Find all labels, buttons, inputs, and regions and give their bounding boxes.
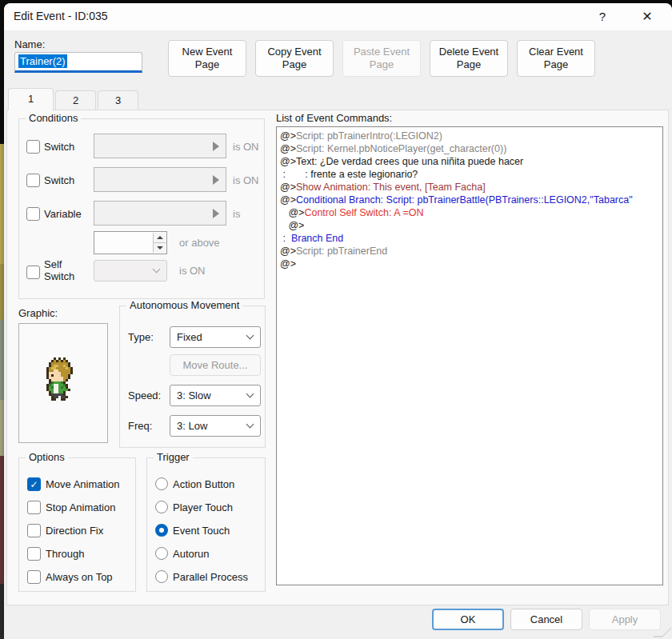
command-line[interactable]: @>Script: pbTrainerEnd xyxy=(280,245,662,258)
checkbox-icon xyxy=(27,524,41,537)
options-legend: Options xyxy=(26,451,68,463)
autonomous-movement-group: Autonomous Movement Type: Fixed Move Rou… xyxy=(119,306,266,448)
command-line[interactable]: @>Conditional Branch: Script: pbTrainerB… xyxy=(280,194,662,206)
switch1-combo xyxy=(94,134,226,158)
chevron-down-icon xyxy=(246,420,254,428)
trigger-event-touch[interactable]: Event Touch xyxy=(155,522,230,538)
delete-event-page-button[interactable]: Delete Event Page xyxy=(430,40,508,77)
titlebar[interactable]: Edit Event - ID:035 ? ✕ xyxy=(4,3,672,30)
spinner-down-icon[interactable] xyxy=(154,243,166,253)
tab-page-3[interactable]: 3 xyxy=(98,90,138,110)
trigger-autorun[interactable]: Autorun xyxy=(155,545,210,561)
checkbox-icon xyxy=(27,547,41,561)
event-commands-list[interactable]: @>Script: pbTrainerIntro(:LEGION2)@>Scri… xyxy=(276,126,663,585)
switch1-label: Switch xyxy=(44,141,74,153)
spinner-up-icon[interactable] xyxy=(154,233,166,243)
checkbox-icon xyxy=(27,570,41,584)
chevron-down-icon xyxy=(153,265,161,273)
conditions-group: Conditions Switch is ON Switch is ON Var… xyxy=(18,118,265,299)
command-line[interactable]: @> xyxy=(280,219,662,232)
copy-event-page-button[interactable]: Copy Event Page xyxy=(255,40,334,77)
command-line[interactable]: @> xyxy=(280,258,662,270)
graphic-box[interactable] xyxy=(18,323,108,443)
movement-freq-select[interactable]: 3: Low xyxy=(170,415,261,437)
dropdown-arrow-icon xyxy=(213,175,219,185)
move-route-button: Move Route... xyxy=(170,354,261,376)
option-move-animation[interactable]: ✓ Move Animation xyxy=(27,476,120,492)
switch1-checkbox[interactable] xyxy=(26,140,40,154)
trigger-group: Trigger Action Button Player Touch Event… xyxy=(146,457,266,592)
checkbox-checked-icon: ✓ xyxy=(27,477,41,491)
name-input-selected-text: Trainer(2) xyxy=(18,54,67,68)
tab-page-2[interactable]: 2 xyxy=(55,90,96,110)
trigger-parallel-process[interactable]: Parallel Process xyxy=(155,569,248,585)
name-input[interactable]: Trainer(2) xyxy=(14,52,142,73)
checkbox-icon xyxy=(27,501,41,514)
variable-combo xyxy=(94,201,226,226)
apply-button: Apply xyxy=(589,609,661,630)
help-icon[interactable]: ? xyxy=(590,8,614,26)
edit-event-dialog: Edit Event - ID:035 ? ✕ Name: Trainer(2)… xyxy=(4,3,672,639)
new-event-page-button[interactable]: New Event Page xyxy=(168,40,246,77)
radio-selected-icon xyxy=(155,524,168,537)
movement-speed-select[interactable]: 3: Slow xyxy=(170,385,261,406)
freq-label: Freq: xyxy=(128,420,152,432)
autonomous-movement-legend: Autonomous Movement xyxy=(126,299,242,311)
options-group: Options ✓ Move Animation Stop Animation … xyxy=(18,457,136,592)
variable-checkbox[interactable] xyxy=(26,207,40,221)
command-line[interactable]: @>Script: pbTrainerIntro(:LEGION2) xyxy=(280,130,662,142)
trigger-player-touch[interactable]: Player Touch xyxy=(155,499,233,515)
command-line[interactable]: @>Show Animation: This event, [Team Fach… xyxy=(280,181,662,194)
trigger-action-button[interactable]: Action Button xyxy=(155,476,234,492)
cancel-button[interactable]: Cancel xyxy=(510,609,582,630)
dropdown-arrow-icon xyxy=(213,142,219,151)
window-title: Edit Event - ID:035 xyxy=(14,10,108,22)
switch2-label: Switch xyxy=(44,174,74,186)
graphic-label: Graphic: xyxy=(18,307,58,319)
variable-value-spinner[interactable] xyxy=(94,231,167,254)
switch2-combo xyxy=(94,167,226,192)
variable-suffix: is xyxy=(233,208,240,220)
tab-page-1[interactable]: 1 xyxy=(8,88,54,110)
chevron-down-icon xyxy=(246,331,254,339)
event-commands-label: List of Event Commands: xyxy=(276,112,392,124)
variable-label: Variable xyxy=(44,208,82,220)
command-line[interactable]: : : frente a este legionario? xyxy=(280,168,662,181)
command-line[interactable]: @>Script: Kernel.pbNoticePlayer(get_char… xyxy=(280,142,662,155)
option-direction-fix[interactable]: Direction Fix xyxy=(27,522,103,538)
conditions-legend: Conditions xyxy=(26,112,81,124)
ok-button[interactable]: OK xyxy=(432,609,504,630)
self-switch-label: Self Switch xyxy=(44,258,89,282)
radio-icon xyxy=(155,501,168,513)
option-always-on-top[interactable]: Always on Top xyxy=(27,569,113,585)
close-icon[interactable]: ✕ xyxy=(635,8,659,26)
option-through[interactable]: Through xyxy=(27,545,84,561)
command-line[interactable]: : Branch End xyxy=(280,232,662,245)
movement-type-select[interactable]: Fixed xyxy=(170,326,261,348)
trigger-legend: Trigger xyxy=(154,451,193,463)
command-line[interactable]: @>Text: ¿De verdad crees que una niñita … xyxy=(280,155,662,168)
speed-label: Speed: xyxy=(128,389,161,401)
tab-page-panel: Conditions Switch is ON Switch is ON Var… xyxy=(6,110,669,605)
spinner-suffix: or above xyxy=(179,237,220,249)
radio-icon xyxy=(155,570,168,583)
switch1-suffix: is ON xyxy=(233,141,259,153)
switch2-suffix: is ON xyxy=(233,174,259,186)
chevron-down-icon xyxy=(246,389,254,397)
radio-icon xyxy=(155,477,168,490)
paste-event-page-button: Paste Event Page xyxy=(342,40,421,77)
command-line[interactable]: @>Control Self Switch: A =ON xyxy=(280,206,662,219)
event-graphic-sprite xyxy=(46,357,49,360)
name-label: Name: xyxy=(14,38,45,50)
self-switch-checkbox[interactable] xyxy=(26,266,40,279)
self-switch-suffix: is ON xyxy=(179,265,206,277)
self-switch-combo xyxy=(94,260,167,282)
clear-event-page-button[interactable]: Clear Event Page xyxy=(517,40,595,77)
type-label: Type: xyxy=(128,331,154,343)
option-stop-animation[interactable]: Stop Animation xyxy=(27,499,115,515)
radio-icon xyxy=(155,547,168,560)
switch2-checkbox[interactable] xyxy=(26,174,40,187)
dropdown-arrow-icon xyxy=(213,209,219,218)
